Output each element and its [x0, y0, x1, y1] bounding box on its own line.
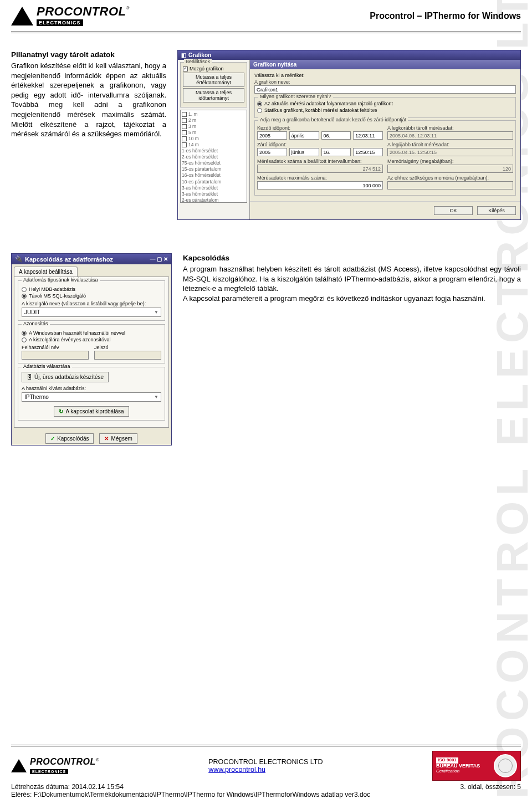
exit-button[interactable]: Kilépés	[477, 206, 516, 215]
settings-group-title: Beállítások	[184, 59, 212, 64]
cancel-label: Mégsem	[111, 436, 132, 442]
new-db-button[interactable]: Új, üres adatbázis készítése	[22, 372, 109, 382]
list-item[interactable]: 10-es páratartalom	[182, 179, 245, 185]
radio-live-chart[interactable]: Az aktuális mérési adatokat folyamatosan…	[257, 101, 513, 106]
chevron-down-icon: ▼	[154, 310, 158, 315]
list-item[interactable]: 15-os páratartalom	[182, 166, 245, 172]
list-item[interactable]: 5 m	[182, 130, 245, 136]
grafikon-open-header: Grafikon nyitása	[250, 60, 520, 69]
list-item[interactable]: 3-as hőmérséklet	[182, 191, 245, 197]
list-item[interactable]: 16-os hőmérséklet	[182, 172, 245, 178]
list-item[interactable]: 1. m	[182, 111, 245, 117]
db-select-combo[interactable]: IPThermo ▼	[22, 392, 161, 402]
path-label: Elérés:	[11, 791, 34, 798]
radio-on-icon	[22, 331, 27, 336]
count-value: 274 512	[257, 165, 383, 173]
grafikon-window: ◧ Grafikon Beállítások ✓ Mozgó grafikon …	[177, 50, 521, 220]
checkbox-icon: ✓	[183, 66, 188, 71]
db-select-label: A használni kívánt adatbázis:	[22, 386, 161, 391]
measurements-listbox[interactable]: 1. m2 m3 m5 m10 m14 m1-es hőmérséklet2-e…	[180, 110, 247, 203]
start-month-input[interactable]: április	[289, 131, 319, 140]
db-select-value: IPThermo	[24, 394, 49, 400]
list-item[interactable]: 1-es hőmérséklet	[182, 148, 245, 154]
cert-badge: ISO 9001 BUREAU VERITAS Certification	[432, 751, 521, 781]
grafikon-right-pane: Grafikon nyitása Válassza ki a méréket: …	[250, 60, 520, 219]
test-connection-label: A kapcsolat kipróbálása	[65, 408, 124, 414]
list-item[interactable]: 2-es hőmérséklet	[182, 154, 245, 160]
section-connection-body1: A program használhat helyben készített é…	[183, 264, 521, 294]
max-value-input[interactable]: 100 000	[257, 181, 383, 190]
list-item[interactable]: 14 m	[182, 142, 245, 148]
grafikon-titlebar[interactable]: ◧ Grafikon	[178, 50, 520, 60]
auth-group-title: Azonosítás	[22, 321, 50, 326]
radio-remote-sql[interactable]: Távoli MS SQL-kiszolgáló	[22, 293, 161, 299]
connect-button[interactable]: Kapcsolódás	[45, 433, 94, 444]
window-controls[interactable]: — ▢ ✕	[150, 256, 168, 262]
mode-group-label: Milyen grafikont szeretne nyitni?	[258, 94, 333, 99]
end-year-input[interactable]: 2005	[257, 148, 287, 156]
end-time-input[interactable]: 12:50:15	[353, 148, 383, 156]
datasource-group-title: Adatforrás típusának kiválasztása	[22, 277, 100, 283]
moving-chart-checkbox[interactable]: ✓ Mozgó grafikon	[183, 66, 244, 71]
radio-sql-auth[interactable]: A kiszolgálóra érvényes azonosítóval	[22, 337, 161, 342]
cancel-button[interactable]: Mégsem	[99, 433, 137, 444]
max-label: Mérésadatok maximális száma:	[257, 175, 383, 181]
list-item[interactable]: 10 m	[182, 136, 245, 142]
footer-brand-name: PROCONTROL	[30, 757, 96, 766]
end-day-input[interactable]: 16.	[321, 148, 351, 156]
connection-title: Kapcsolódás az adatforráshoz	[25, 256, 113, 263]
section-snapshot-title: Pillanatnyi vagy tárolt adatok	[11, 50, 166, 60]
radio-on-icon	[22, 294, 27, 299]
brand-registered: ®	[126, 6, 129, 11]
radio-off-icon	[22, 337, 27, 342]
brand-name: PROCONTROL	[37, 4, 126, 18]
ok-button[interactable]: OK	[434, 206, 473, 215]
password-input[interactable]	[94, 351, 161, 360]
radio-on-icon	[257, 101, 262, 106]
server-name-combo[interactable]: JUDIT ▼	[22, 308, 161, 317]
radio-win-auth[interactable]: A Windowsban használt felhasználói névve…	[22, 330, 161, 336]
radio-static-chart[interactable]: Statikus grafikont, korábbi mérési adato…	[257, 107, 513, 113]
db-group-title: Adatbázis választása	[22, 363, 72, 369]
cert-sub: Certification	[436, 769, 480, 774]
radio-winauth-label: A Windowsban használt felhasználói névve…	[29, 330, 125, 336]
list-item[interactable]: 3-as hőmérséklet	[182, 185, 245, 191]
list-item[interactable]: 3 m	[182, 124, 245, 130]
last-record-value: 2005.04.15. 12:50:15	[387, 148, 513, 156]
section-snapshot-body: Grafikon készítése előtt ki kell választ…	[11, 61, 166, 139]
footer-url-link[interactable]: www.procontrol.hu	[208, 766, 265, 774]
connection-titlebar[interactable]: 🔌 Kapcsolódás az adatforráshoz — ▢ ✕	[12, 254, 171, 264]
page-header: PROCONTROL® ELECTRONICS Procontrol – IPT…	[0, 0, 532, 28]
brand-subtitle: ELECTRONICS	[37, 19, 83, 26]
section-connection-text: Kapcsolódás A program használhat helyben…	[183, 253, 521, 303]
tab-connection-settings[interactable]: A kapcsolat beállítása	[14, 267, 78, 276]
chevron-down-icon: ▼	[154, 395, 158, 400]
footer-brand-sub: ELECTRONICS	[30, 769, 68, 774]
list-item[interactable]: 2 m	[182, 117, 245, 124]
chart-name-label: A grafikon neve:	[254, 79, 516, 85]
select-measures-label: Válassza ki a méréket:	[254, 73, 516, 78]
radio-local-label: Helyi MDB-adatbázis	[29, 286, 75, 292]
end-month-input[interactable]: június	[289, 148, 319, 156]
chart-name-input[interactable]: Grafikon1	[254, 85, 516, 94]
first-record-value: 2005.04.06. 12:03:11	[387, 131, 513, 140]
created-label: Létrehozás dátuma:	[11, 783, 71, 791]
list-item[interactable]: 2-es páratartalom	[182, 197, 245, 203]
radio-remote-label: Távoli MS SQL-kiszolgáló	[29, 293, 86, 299]
radio-local-mdb[interactable]: Helyi MDB-adatbázis	[22, 286, 161, 292]
list-item[interactable]: 75-es hőmérséklet	[182, 160, 245, 166]
start-time-input[interactable]: 12:03:11	[353, 131, 383, 140]
start-label: Kezdő időpont:	[257, 125, 383, 131]
connection-window: 🔌 Kapcsolódás az adatforráshoz — ▢ ✕ A k…	[11, 253, 172, 445]
footer-rule	[11, 745, 521, 746]
section-connection-body2: A kapcsolat paramétereit a program megőr…	[183, 294, 521, 304]
test-connection-button[interactable]: A kapcsolat kipróbálása	[54, 406, 129, 417]
show-time-range-button[interactable]: Mutassa a teljes időtartományt	[183, 88, 244, 103]
start-year-input[interactable]: 2005	[257, 131, 287, 140]
new-db-label: Új, üres adatbázis készítése	[34, 374, 104, 380]
start-day-input[interactable]: 06.	[321, 131, 351, 140]
window-icon: 🔌	[15, 255, 23, 263]
username-input[interactable]	[22, 351, 89, 360]
first-record-label: A legkorábbi tárolt mérésadat:	[387, 125, 513, 131]
show-full-range-button[interactable]: Mutassa a teljes értéktartományt	[183, 73, 244, 87]
